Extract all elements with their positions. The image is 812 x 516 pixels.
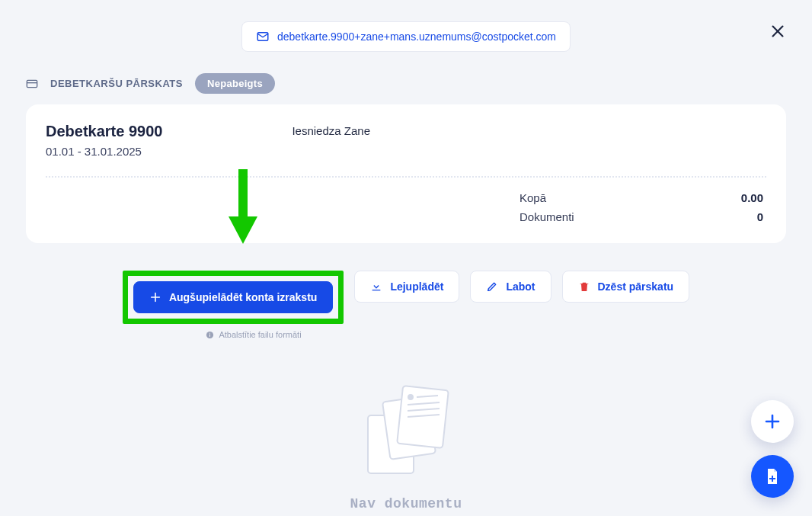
report-title: Debetkarte 9900 <box>46 123 162 140</box>
report-submitter: Iesniedza Zane <box>292 123 370 137</box>
plus-icon <box>763 412 782 431</box>
annotation-highlight: Augšupielādēt konta izrakstu <box>123 271 344 324</box>
reporting-email-text: debetkarte.9900+zane+mans.uznemums@costp… <box>277 30 556 43</box>
supported-formats-hint[interactable]: Atbalstītie failu formāti <box>151 330 356 339</box>
close-button[interactable] <box>769 23 786 43</box>
fab-new-document-button[interactable] <box>751 455 794 498</box>
upload-statement-label: Augšupielādēt konta izrakstu <box>169 291 317 303</box>
empty-state-message: Nav dokumentu <box>0 496 812 511</box>
total-label: Kopā <box>519 191 611 204</box>
svg-rect-23 <box>769 478 775 479</box>
close-icon <box>769 23 786 40</box>
breadcrumb: DEBETKARŠU PĀRSKATS Nepabeigts <box>0 52 812 104</box>
empty-state: Nav dokumentu <box>0 377 812 511</box>
mail-icon <box>256 30 270 43</box>
documents-illustration-icon <box>353 377 459 484</box>
file-plus-icon <box>763 467 782 486</box>
delete-report-label: Dzēst pārskatu <box>598 280 674 293</box>
upload-statement-button[interactable]: Augšupielādēt konta izrakstu <box>133 281 333 313</box>
edit-label: Labot <box>506 280 535 293</box>
supported-formats-text: Atbalstītie failu formāti <box>219 330 301 339</box>
svg-rect-3 <box>27 80 37 87</box>
info-icon <box>206 331 214 339</box>
trash-icon <box>578 280 590 293</box>
status-badge: Nepabeigts <box>195 73 275 94</box>
fab-add-button[interactable] <box>751 400 794 443</box>
svg-rect-14 <box>397 386 449 448</box>
breadcrumb-title: DEBETKARŠU PĀRSKATS <box>50 78 183 89</box>
report-date-range: 01.01 - 31.01.2025 <box>46 145 162 158</box>
total-value: 0.00 <box>718 191 763 204</box>
svg-rect-11 <box>209 332 210 333</box>
documents-value: 0 <box>718 210 763 223</box>
plus-icon <box>149 291 161 303</box>
report-card: Debetkarte 9900 01.01 - 31.01.2025 Iesni… <box>26 104 786 243</box>
edit-button[interactable]: Labot <box>470 271 551 303</box>
reporting-email-button[interactable]: debetkarte.9900+zane+mans.uznemums@costp… <box>241 21 571 52</box>
svg-rect-10 <box>209 334 210 336</box>
delete-report-button[interactable]: Dzēst pārskatu <box>562 271 690 303</box>
download-icon <box>370 280 382 293</box>
pencil-icon <box>486 280 498 293</box>
divider <box>46 176 766 178</box>
documents-label: Dokumenti <box>519 210 611 223</box>
fab-stack <box>751 400 794 498</box>
download-button[interactable]: Lejuplādēt <box>354 271 459 303</box>
svg-point-15 <box>408 395 413 399</box>
action-bar: Augšupielādēt konta izrakstu Lejuplādēt … <box>0 271 812 324</box>
credit-card-icon <box>26 78 38 90</box>
download-label: Lejuplādēt <box>390 280 443 293</box>
